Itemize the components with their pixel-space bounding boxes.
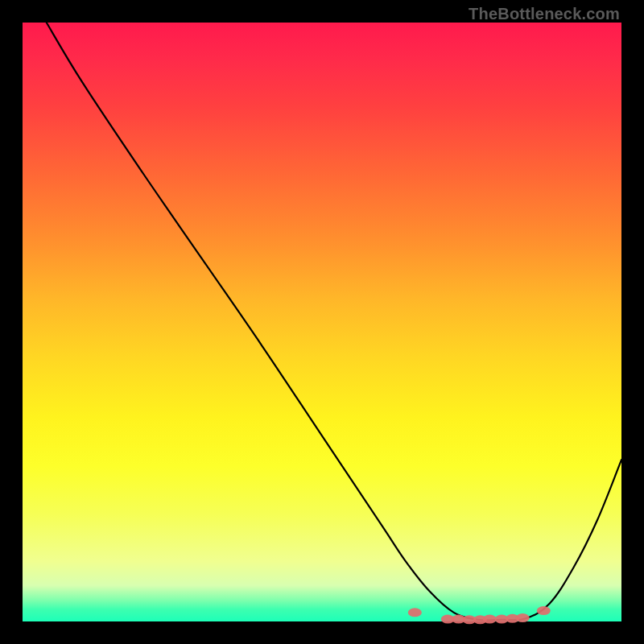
chart-frame: TheBottleneck.com [0,0,644,644]
marker-dot [483,615,497,624]
watermark-text: TheBottleneck.com [469,5,620,23]
chart-svg [23,23,621,621]
curve-line-group [47,23,621,621]
marker-dot [408,608,422,617]
marker-dot [537,606,551,615]
marker-dot [516,613,530,622]
plot-area [23,23,621,621]
curve-line [47,23,621,621]
markers-group [408,606,551,624]
